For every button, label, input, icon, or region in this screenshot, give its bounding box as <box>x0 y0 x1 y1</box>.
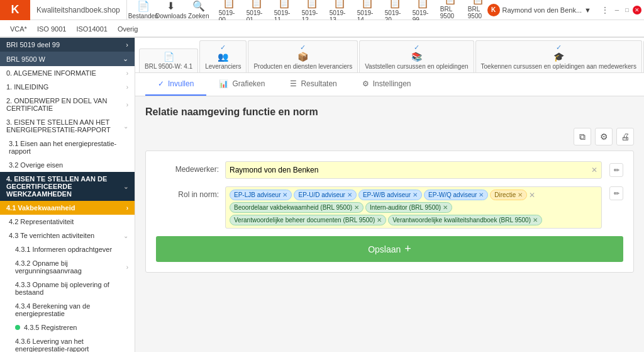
save-button[interactable]: Opslaan + <box>156 236 623 262</box>
tag-ep-ud[interactable]: EP-U/D adviseur ✕ <box>294 190 356 200</box>
chapter-tabs: 📄 BRL 9500-W: 4.1 ✓ 👥 Leveranciers ✓ 📦 P… <box>135 38 644 73</box>
ch-tab-leveranciers[interactable]: ✓ 👥 Leveranciers <box>199 40 247 72</box>
tab-vca[interactable]: VCA* <box>5 23 32 37</box>
sidebar-arrow-0: › <box>126 70 128 77</box>
sidebar-item-4.3.1[interactable]: 4.3.1 Informeren opdrachtgever <box>0 242 135 256</box>
user-dropdown-icon[interactable]: ▼ <box>584 6 591 14</box>
more-options-icon[interactable]: ⋮ <box>599 4 611 16</box>
sidebar-item-4.3.6[interactable]: 4.3.6 Levering van het energieprestatie-… <box>0 334 135 352</box>
tags-clear-icon[interactable]: ✕ <box>529 191 535 200</box>
tab-iso9001[interactable]: ISO 9001 <box>32 23 71 37</box>
app-title: Kwaliteitshandboek.shop <box>30 0 127 20</box>
ch-tab-brl9500w-4.1[interactable]: 📄 BRL 9500-W: 4.1 <box>139 48 198 72</box>
grafieken-label: Grafieken <box>232 79 265 88</box>
sidebar-brl-chevron: ⌄ <box>123 55 128 63</box>
sidebar-item-4[interactable]: 4. EISEN TE STELLEN AAN DE GECERTIFICEER… <box>0 172 135 201</box>
sidebar-arrow-4.3.2: › <box>126 264 128 271</box>
medewerker-clear-icon[interactable]: ✕ <box>591 166 597 174</box>
tag-ep-ljb-close[interactable]: ✕ <box>282 191 287 198</box>
tag-verantw-kwaliteit[interactable]: Verantwoordelijke kwaliteitshandboek (BR… <box>388 215 542 225</box>
tag-intern-auditor-label: Intern-auditor (BRL 9500) <box>370 204 441 211</box>
bestanden-icon: 📄 <box>137 0 150 12</box>
tag-beoordelaar-close[interactable]: ✕ <box>354 204 359 211</box>
sub-tab-grafieken[interactable]: 📊 Grafieken <box>206 73 277 96</box>
sidebar-item-3.1[interactable]: 3.1 Eisen aan het energieprestatie-rappo… <box>0 137 135 158</box>
tag-beoordelaar-label: Beoordelaar vakbekwaamheid (BRL 9500) <box>234 204 352 211</box>
tag-ep-ljb-label: EP-LJB adviseur <box>234 191 280 198</box>
toolbar-btn-bestanden[interactable]: 📄 Bestanden <box>130 0 157 21</box>
tag-directie-close[interactable]: ✕ <box>518 191 523 198</box>
sidebar-item-4.2[interactable]: 4.2 Representativiteit <box>0 215 135 229</box>
sub-tab-instellingen[interactable]: ⚙ Instellingen <box>350 73 424 96</box>
sidebar-label-4.3.3: 4.3.3 Opname bij oplevering of bestaand <box>15 281 128 296</box>
close-button[interactable]: ✕ <box>633 6 641 14</box>
sub-tab-resultaten[interactable]: ☰ Resultaten <box>277 73 349 96</box>
ch-tab-toekennen[interactable]: ✓ 🎓 Toekennen cursussen en opleidingen a… <box>475 40 642 72</box>
user-name: Raymond von den Benk... <box>502 6 582 14</box>
tag-ep-wb[interactable]: EP-W/B adviseur ✕ <box>358 190 422 200</box>
user-area[interactable]: K Raymond von den Benk... ▼ <box>482 4 596 16</box>
settings-gear-icon: ⚙ <box>600 132 608 142</box>
settings-button[interactable]: ⚙ <box>595 128 613 145</box>
rol-edit-icon: ✏ <box>614 190 619 198</box>
tag-ep-ljb[interactable]: EP-LJB adviseur ✕ <box>230 190 292 200</box>
ch-tab-vaststellen[interactable]: ✓ 📚 Vaststellen cursussen en opleidingen <box>359 40 474 72</box>
tag-ep-ud-close[interactable]: ✕ <box>347 191 352 198</box>
tag-intern-auditor[interactable]: Intern-auditor (BRL 9500) ✕ <box>365 202 452 213</box>
5019-13-icon: 📋 <box>333 0 346 9</box>
bullet-4.3.5 <box>15 325 20 330</box>
tag-verantw-kwaliteit-close[interactable]: ✕ <box>533 217 538 224</box>
sidebar-arrow-1: › <box>126 84 128 91</box>
sidebar-arrow-4: ⌄ <box>123 183 128 190</box>
sidebar-item-3.2[interactable]: 3.2 Overige eisen <box>0 158 135 172</box>
check-icon-4: ✓ <box>556 43 562 52</box>
grafieken-chart-icon: 📊 <box>219 79 228 88</box>
ch-tab-label-4: Toekennen cursussen en opleidingen aan m… <box>481 63 636 70</box>
sidebar-header-bri[interactable]: BRI 5019 deel 99 › <box>0 38 135 52</box>
tag-intern-auditor-close[interactable]: ✕ <box>443 204 448 211</box>
tag-ep-wb-label: EP-W/B adviseur <box>363 191 411 198</box>
sidebar-item-4.3.4[interactable]: 4.3.4 Berekening van de energieprestatie <box>0 299 135 321</box>
sidebar-item-4.1[interactable]: 4.1 Vakbekwaamheid › <box>0 201 135 215</box>
tags-container[interactable]: EP-LJB adviseur ✕ EP-U/D adviseur ✕ EP-W… <box>225 186 602 229</box>
tag-ep-wq-close[interactable]: ✕ <box>479 191 484 198</box>
sidebar-arrow-2: › <box>126 101 128 108</box>
toolbar-btn-zoeken[interactable]: 🔍 Zoeken <box>185 0 213 21</box>
tag-ep-wb-close[interactable]: ✕ <box>413 191 418 198</box>
rol-edit-button[interactable]: ✏ <box>609 186 623 200</box>
bestanden-label: Bestanden <box>128 13 158 20</box>
sidebar-item-1[interactable]: 1. INLEIDING › <box>0 80 135 94</box>
sub-tab-invullen[interactable]: ✓ Invullen <box>145 73 206 96</box>
invullen-label: Invullen <box>168 79 194 88</box>
resultaten-list-icon: ☰ <box>290 79 297 88</box>
sidebar-item-3[interactable]: 3. EISEN TE STELLEN AAN HET ENERGIEPREST… <box>0 115 135 137</box>
sidebar-item-4.3[interactable]: 4.3 Te verrichten activiteiten ⌄ <box>0 229 135 242</box>
tag-verantw-beheer[interactable]: Verantwoordelijke beheer documenten (BRL… <box>230 215 386 225</box>
sidebar-item-0[interactable]: 0. ALGEMENE INFORMATIE › <box>0 66 135 80</box>
medewerker-input-wrapper[interactable]: ✕ <box>225 161 602 179</box>
medewerker-edit-button[interactable]: ✏ <box>609 163 623 177</box>
minimize-button[interactable]: ─ <box>613 6 621 14</box>
tag-beoordelaar[interactable]: Beoordelaar vakbekwaamheid (BRL 9500) ✕ <box>230 202 364 213</box>
sidebar-header-brl[interactable]: BRL 9500 W ⌄ <box>0 52 135 66</box>
sidebar-bri-chevron: › <box>126 41 128 48</box>
ch-tab-producten[interactable]: ✓ 📦 Producten en diensten leveranciers <box>248 40 358 72</box>
sidebar-item-4.3.3[interactable]: 4.3.3 Opname bij oplevering of bestaand <box>0 278 135 299</box>
copy-button[interactable]: ⧉ <box>574 128 591 145</box>
sidebar-label-4.3: 4.3 Te verrichten activiteiten <box>9 232 123 239</box>
sidebar-item-4.3.5[interactable]: 4.3.5 Registreren <box>0 321 135 334</box>
tag-verantw-beheer-close[interactable]: ✕ <box>377 217 382 224</box>
ch-tab-label-0: BRL 9500-W: 4.1 <box>145 63 192 70</box>
maximize-button[interactable]: □ <box>623 6 631 14</box>
print-button[interactable]: 🖨 <box>616 128 634 145</box>
tag-ep-wq[interactable]: EP-W/Q adviseur ✕ <box>424 190 488 200</box>
medewerker-input[interactable] <box>230 166 589 174</box>
sidebar-item-4.3.2[interactable]: 4.3.2 Opname bij vergunningsaanvraag › <box>0 256 135 278</box>
tab-iso14001[interactable]: ISO14001 <box>71 23 113 37</box>
tab-overig[interactable]: Overig <box>113 23 143 37</box>
sidebar-item-2[interactable]: 2. ONDERWERP EN DOEL VAN CERTIFICATIE › <box>0 94 135 115</box>
toolbar-btn-downloads[interactable]: ⬇ Downloads <box>157 0 185 21</box>
invullen-check-icon: ✓ <box>158 79 164 88</box>
medewerker-label: Medewerker: <box>156 161 219 174</box>
tag-directie[interactable]: Directie ✕ <box>490 190 527 200</box>
